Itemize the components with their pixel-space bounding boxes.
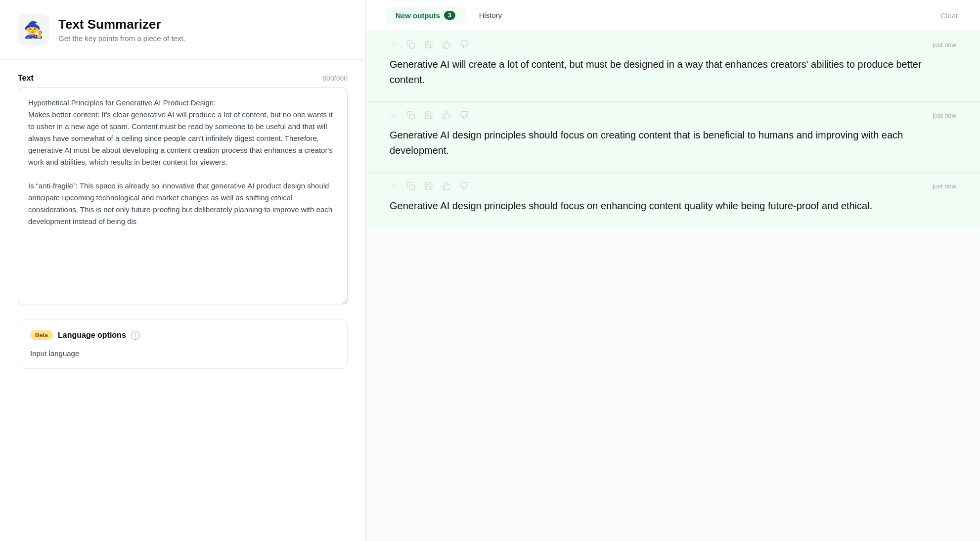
copy-icon-1[interactable] — [406, 40, 415, 49]
output-text-1: Generative AI will create a lot of conte… — [390, 57, 956, 88]
field-header: Text 800/800 — [18, 74, 348, 83]
text-input[interactable] — [18, 88, 348, 305]
clear-button[interactable]: Clear — [938, 7, 960, 24]
options-section: Beta Language options i Input language — [18, 319, 348, 369]
options-title: Language options — [58, 331, 126, 340]
beta-badge: Beta — [30, 330, 53, 340]
save-icon-3[interactable] — [424, 181, 433, 190]
star-icon-2[interactable]: ☆ — [390, 110, 398, 121]
app-header: 🧙 Text Summarizer Get the key points fro… — [0, 0, 365, 60]
output-card-3: ☆ just now Generative AI design principl… — [366, 173, 980, 227]
svg-rect-2 — [410, 185, 415, 190]
svg-rect-0 — [410, 44, 415, 48]
app-subtitle: Get the key points from a piece of text. — [58, 34, 185, 43]
left-panel: 🧙 Text Summarizer Get the key points fro… — [0, 0, 366, 541]
input-language-label: Input language — [30, 349, 335, 358]
outputs-list: ☆ just now Generative AI will create a l… — [366, 31, 980, 541]
save-icon-1[interactable] — [424, 40, 433, 49]
thumbs-up-icon-3[interactable] — [442, 181, 451, 190]
output-actions-1: ☆ just now — [390, 39, 956, 50]
right-panel: New outputs 3 History Clear ☆ — [366, 0, 980, 541]
right-header: New outputs 3 History Clear — [366, 0, 980, 31]
copy-icon-3[interactable] — [406, 181, 415, 190]
copy-icon-2[interactable] — [406, 111, 415, 120]
tab-new-outputs[interactable]: New outputs 3 — [386, 7, 465, 24]
star-icon-3[interactable]: ☆ — [390, 180, 398, 191]
text-label: Text — [18, 74, 34, 83]
info-icon[interactable]: i — [131, 331, 140, 340]
svg-rect-1 — [410, 114, 415, 119]
output-text-2: Generative AI design principles should f… — [390, 128, 956, 158]
thumbs-down-icon-3[interactable] — [460, 181, 469, 190]
app-info: Text Summarizer Get the key points from … — [58, 17, 185, 43]
save-icon-2[interactable] — [424, 111, 433, 120]
output-actions-3: ☆ just now — [390, 180, 956, 191]
char-count: 800/800 — [322, 74, 348, 82]
output-timestamp-1: just now — [933, 41, 956, 48]
star-icon-1[interactable]: ☆ — [390, 39, 398, 50]
new-outputs-label: New outputs — [396, 11, 440, 20]
thumbs-up-icon-1[interactable] — [442, 40, 451, 49]
thumbs-up-icon-2[interactable] — [442, 111, 451, 120]
output-card-2: ☆ just now Generative AI design principl… — [366, 102, 980, 173]
output-timestamp-2: just now — [933, 112, 956, 119]
output-actions-2: ☆ just now — [390, 110, 956, 121]
app-icon: 🧙 — [18, 14, 49, 45]
tab-history[interactable]: History — [469, 7, 512, 24]
app-title: Text Summarizer — [58, 17, 185, 32]
history-label: History — [479, 11, 502, 19]
output-timestamp-3: just now — [933, 182, 956, 190]
options-header: Beta Language options i — [30, 330, 335, 340]
output-card-1: ☆ just now Generative AI will create a l… — [366, 31, 980, 102]
output-text-3: Generative AI design principles should f… — [390, 198, 956, 214]
left-content: Text 800/800 Beta Language options i Inp… — [0, 60, 365, 541]
thumbs-down-icon-2[interactable] — [460, 111, 469, 120]
thumbs-down-icon-1[interactable] — [460, 40, 469, 49]
new-outputs-badge: 3 — [444, 11, 455, 20]
